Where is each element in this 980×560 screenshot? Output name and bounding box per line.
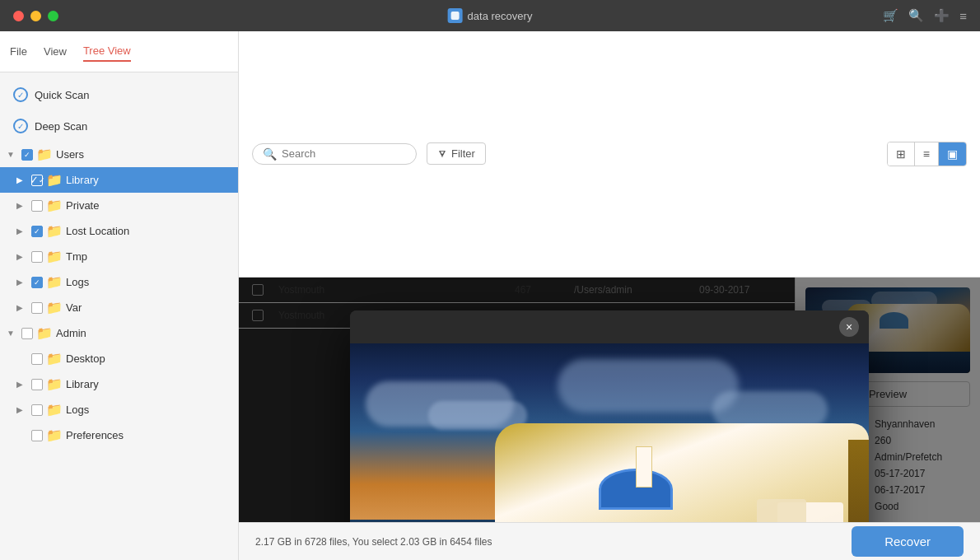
checkbox-logs[interactable] (31, 277, 43, 288)
deep-scan-icon (13, 119, 28, 133)
window-controls (13, 11, 58, 21)
modal-header: × (350, 310, 869, 343)
checkbox-admin-logs[interactable] (31, 404, 43, 416)
label-var: Var (66, 301, 231, 314)
panel-view-button[interactable]: ▣ (939, 142, 966, 166)
checkbox-tmp[interactable] (31, 251, 43, 263)
tree-item-tmp[interactable]: ▶ 📁 Tmp (0, 244, 238, 269)
checkbox-private[interactable] (31, 200, 43, 212)
grid-view-button[interactable]: ⊞ (888, 142, 915, 166)
right-side: 🔍 ⛛ Filter ⊞ ≡ ▣ Yostmouth 467 (239, 31, 980, 560)
search-input[interactable] (282, 147, 397, 160)
label-private: Private (66, 199, 231, 212)
label-admin: Admin (56, 327, 231, 339)
tree-item-preferences[interactable]: ▶ 📁 Preferences (0, 422, 238, 448)
app-title-text: data recovery (468, 10, 533, 22)
label-library: Library (66, 174, 231, 186)
label-tmp: Tmp (66, 250, 231, 263)
checkbox-desktop[interactable] (31, 353, 43, 365)
folder-icon-users: 📁 (36, 147, 53, 162)
tree-item-logs[interactable]: ▶ 📁 Logs (0, 269, 238, 295)
expand-arrow-private: ▶ (16, 201, 28, 210)
maximize-window-button[interactable] (48, 11, 58, 21)
checkbox-preferences[interactable] (31, 430, 43, 441)
expand-arrow-tmp: ▶ (16, 252, 28, 261)
titlebar-actions: 🛒 🔍 ➕ ≡ (883, 8, 967, 23)
label-admin-logs: Logs (66, 404, 231, 416)
modal-image (350, 343, 869, 523)
nav-view[interactable]: View (44, 42, 67, 61)
toolbar: 🔍 ⛛ Filter ⊞ ≡ ▣ (239, 31, 980, 278)
filter-button[interactable]: ⛛ Filter (427, 142, 486, 165)
tree-item-admin[interactable]: ▼ 📁 Admin (0, 320, 238, 346)
checkbox-library[interactable]: ✓ (31, 175, 43, 186)
content-with-panel: Yostmouth 467 /Users/admin 09-30-2017 Yo… (239, 278, 980, 523)
checkbox-admin-library[interactable] (31, 379, 43, 390)
expand-arrow-logs: ▶ (16, 278, 28, 287)
bottom-info: 2.17 GB in 6728 files, You select 2.03 G… (255, 536, 492, 548)
search-title-icon[interactable]: 🔍 (908, 8, 924, 23)
label-logs: Logs (66, 276, 231, 288)
modal-overlay: × (239, 278, 980, 523)
expand-arrow-lost: ▶ (16, 226, 28, 236)
expand-arrow-admin-logs: ▶ (16, 405, 28, 414)
list-view-button[interactable]: ≡ (915, 142, 939, 166)
folder-icon-private: 📁 (46, 198, 63, 213)
folder-icon-preferences: 📁 (46, 427, 63, 443)
app-title: data recovery (448, 8, 533, 23)
label-preferences: Preferences (66, 429, 231, 441)
folder-icon-tmp: 📁 (46, 249, 63, 264)
sidebar-nav: File View Tree View (0, 31, 238, 72)
tree-item-desktop[interactable]: ▶ 📁 Desktop (0, 346, 238, 371)
label-users: Users (56, 148, 231, 161)
titlebar: data recovery 🛒 🔍 ➕ ≡ (0, 0, 980, 31)
main-recover-button[interactable]: Recover (852, 526, 964, 557)
bottom-bar: 2.17 GB in 6728 files, You select 2.03 G… (239, 522, 980, 560)
cart-icon[interactable]: 🛒 (883, 8, 898, 23)
folder-icon-lost: 📁 (46, 223, 63, 239)
label-lost: Lost Location (66, 225, 231, 237)
tree-item-lost-location[interactable]: ▶ 📁 Lost Location (0, 218, 238, 244)
folder-icon-desktop: 📁 (46, 351, 63, 366)
checkbox-users[interactable] (21, 149, 33, 161)
deep-scan-label: Deep Scan (35, 120, 87, 133)
filter-label: Filter (451, 147, 475, 160)
minimize-window-button[interactable] (30, 11, 41, 21)
svg-rect-0 (451, 12, 460, 20)
tree-item-private[interactable]: ▶ 📁 Private (0, 193, 238, 218)
search-icon: 🔍 (263, 147, 277, 161)
folder-icon-library: 📁 (46, 172, 63, 188)
tree-item-admin-logs[interactable]: ▶ 📁 Logs (0, 397, 238, 422)
folder-icon-admin: 📁 (36, 325, 53, 341)
tree-item-library[interactable]: ▶ ✓ 📁 Library (0, 167, 238, 193)
expand-arrow-var: ▶ (16, 303, 28, 312)
search-box[interactable]: 🔍 (252, 143, 417, 165)
label-admin-library: Library (66, 378, 231, 390)
checkbox-admin[interactable] (21, 328, 33, 339)
quick-scan-item[interactable]: Quick Scan (0, 79, 238, 110)
tree-item-admin-library[interactable]: ▶ 📁 Library (0, 371, 238, 397)
image-preview-modal: × (350, 310, 869, 523)
add-icon[interactable]: ➕ (934, 8, 950, 23)
deep-scan-item[interactable]: Deep Scan (0, 110, 238, 142)
expand-arrow-admin: ▼ (7, 329, 18, 338)
app-icon (448, 8, 463, 23)
close-window-button[interactable] (13, 11, 24, 21)
checkbox-lost[interactable] (31, 226, 43, 237)
folder-icon-var: 📁 (46, 300, 63, 315)
checkbox-var[interactable] (31, 302, 43, 314)
folder-icon-admin-library: 📁 (46, 376, 63, 392)
tree-item-var[interactable]: ▶ 📁 Var (0, 295, 238, 320)
quick-scan-label: Quick Scan (35, 89, 89, 101)
tree-item-users[interactable]: ▼ 📁 Users (0, 142, 238, 167)
expand-arrow-library: ▶ (16, 175, 28, 184)
modal-close-button[interactable]: × (839, 317, 859, 337)
label-desktop: Desktop (66, 352, 231, 365)
sidebar: File View Tree View Quick Scan Deep Scan… (0, 31, 239, 560)
menu-icon[interactable]: ≡ (959, 9, 967, 23)
nav-file[interactable]: File (10, 42, 27, 61)
expand-arrow-users: ▼ (7, 150, 18, 159)
folder-icon-admin-logs: 📁 (46, 402, 63, 418)
view-controls: ⊞ ≡ ▣ (887, 142, 967, 166)
nav-tree-view[interactable]: Tree View (83, 41, 131, 62)
